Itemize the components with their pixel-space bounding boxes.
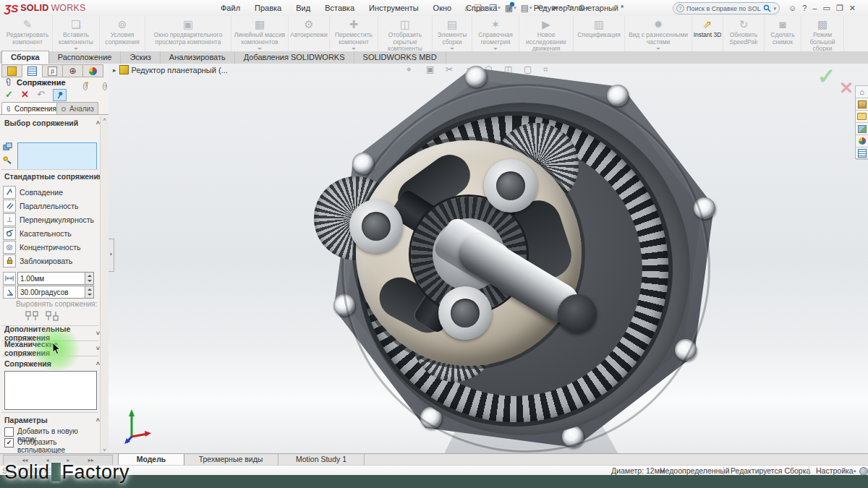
property-manager-tab[interactable] bbox=[22, 64, 43, 77]
ribbon-move-component[interactable]: ✚Переместить компонент bbox=[330, 16, 378, 51]
ribbon-take-snapshot[interactable]: ◙Сделать снимок bbox=[765, 16, 801, 51]
dropdown-arrow-icon[interactable] bbox=[74, 48, 78, 50]
mate-parallel[interactable]: Параллельность bbox=[3, 199, 98, 213]
tab-solidworks-mbd[interactable]: SOLIDWORKS MBD bbox=[354, 51, 446, 64]
custom-properties-tab[interactable] bbox=[856, 147, 868, 160]
home-button[interactable]: ⌂ bbox=[463, 1, 471, 15]
mate-concentric[interactable]: ◎ Концентричность bbox=[3, 240, 98, 254]
mate-perpendicular[interactable]: ⊥ Перпендикулярность bbox=[3, 213, 98, 226]
ribbon-mate[interactable]: ⊚Условия сопряжения bbox=[100, 16, 145, 51]
panel-collapse-handle[interactable] bbox=[109, 239, 114, 272]
angle-input[interactable]: 30.00градусов bbox=[17, 286, 94, 299]
graphics-viewport[interactable]: ⌖ ▣ ✂ ◔ ⬡ ◫ ▢ ⌗ ▸ Редуктор планетарный (… bbox=[109, 64, 868, 453]
configuration-manager-tab[interactable]: β bbox=[42, 64, 63, 77]
menu-window[interactable]: Окно bbox=[426, 0, 459, 16]
distance-input[interactable]: 1.00мм bbox=[17, 272, 94, 285]
ribbon-update-speedpak[interactable]: ↻Обновить SpeedPak bbox=[723, 16, 765, 51]
design-library-tab[interactable] bbox=[856, 98, 868, 111]
section-advanced-mates[interactable]: Дополнительные сопряжения˅ bbox=[0, 328, 104, 339]
mate-selection-box[interactable] bbox=[17, 142, 97, 170]
minimize-button[interactable]: – bbox=[812, 0, 817, 16]
ribbon-assembly-features[interactable]: ▤Элементы сборки bbox=[433, 16, 472, 51]
ribbon-reference-geometry[interactable]: ✶Справочная геометрия bbox=[472, 16, 519, 51]
keep-visible-pin-button[interactable] bbox=[53, 89, 67, 101]
hud-zoom-area-icon[interactable]: ▣ bbox=[426, 64, 434, 74]
new-window-button[interactable]: ❐ bbox=[836, 0, 843, 16]
dimxpert-manager-tab[interactable]: ⊕ bbox=[62, 64, 83, 77]
scroll-down-icon[interactable]: ˅ bbox=[101, 447, 109, 453]
dropdown-arrow-icon[interactable] bbox=[450, 48, 454, 50]
section-options[interactable]: Параметры˄ bbox=[0, 414, 104, 426]
mate-lock[interactable]: Заблокировать bbox=[3, 254, 98, 267]
menu-view[interactable]: Вид bbox=[289, 0, 318, 16]
ribbon-instant-3d[interactable]: ⇗Instant 3D bbox=[692, 16, 723, 51]
distance-spinner[interactable] bbox=[85, 273, 93, 284]
angle-mate-icon[interactable] bbox=[3, 286, 16, 299]
search-dropdown-icon[interactable]: ▾ bbox=[773, 6, 776, 12]
login-icon[interactable]: ☺ bbox=[788, 0, 796, 16]
align-aligned-icon[interactable] bbox=[25, 310, 39, 325]
dropdown-arrow-icon[interactable] bbox=[493, 48, 498, 50]
menu-edit[interactable]: Правка bbox=[247, 0, 289, 16]
dropdown-arrow-icon[interactable] bbox=[656, 48, 660, 50]
ok-button[interactable]: ✓ bbox=[5, 89, 13, 100]
mates-subtab[interactable]: Сопряжения bbox=[1, 102, 59, 115]
tab-3d-views[interactable]: Трехмерные виды bbox=[184, 454, 278, 465]
tree-expand-icon[interactable]: ▸ bbox=[113, 67, 116, 74]
section-mates-list[interactable]: Сопряжения˄ bbox=[0, 358, 104, 369]
menu-file[interactable]: Файл bbox=[213, 0, 247, 16]
close-button[interactable]: ✕ bbox=[849, 0, 856, 16]
distance-mate-icon[interactable] bbox=[3, 272, 16, 285]
menu-insert[interactable]: Вставка bbox=[318, 0, 362, 16]
tab-evaluate[interactable]: Анализировать bbox=[161, 51, 235, 64]
status-settings[interactable]: Настройка bbox=[816, 466, 854, 476]
scroll-up-icon[interactable]: ˄ bbox=[101, 116, 109, 123]
checkbox-unchecked-icon[interactable] bbox=[4, 427, 14, 437]
help-search-box[interactable]: ? Поиск в Справке по SOLIDWORKS ▾ bbox=[673, 2, 780, 14]
status-globe-icon[interactable] bbox=[859, 466, 868, 476]
ribbon-exploded-view[interactable]: ✹Вид с разнесенными частями bbox=[625, 16, 692, 51]
tab-sketch[interactable]: Эскиз bbox=[121, 51, 160, 64]
tab-layout[interactable]: Расположение bbox=[49, 51, 122, 64]
ribbon-large-assembly-mode[interactable]: ▩Режим большой сборки bbox=[801, 16, 844, 51]
maximize-button[interactable]: ▭ bbox=[822, 0, 830, 16]
ribbon-component-preview-window[interactable]: ▣Окно предварительного просмотра компоне… bbox=[145, 16, 231, 51]
dropdown-arrow-icon[interactable] bbox=[258, 48, 262, 50]
hud-zoom-fit-icon[interactable]: ⌖ bbox=[407, 64, 412, 74]
ribbon-insert-components[interactable]: ❏Вставить компоненты bbox=[53, 16, 100, 51]
angle-spinner[interactable] bbox=[85, 286, 93, 298]
ribbon-linear-component-pattern[interactable]: ▦Линейный массив компонентов bbox=[231, 16, 289, 51]
checkbox-checked-icon[interactable]: ✓ bbox=[4, 438, 14, 448]
confirm-cancel-icon[interactable]: ✕ bbox=[839, 78, 854, 98]
undo-button-pm[interactable]: ↶ bbox=[37, 89, 45, 100]
hud-section-view-icon[interactable]: ✂ bbox=[446, 64, 453, 74]
mate-tangent[interactable]: Касательность bbox=[3, 226, 98, 240]
ribbon-new-motion-study[interactable]: ▶Новое исследование движения bbox=[519, 16, 574, 51]
dropdown-arrow-icon[interactable] bbox=[352, 48, 356, 50]
cancel-button[interactable]: ✕ bbox=[21, 89, 29, 100]
tab-motion-study[interactable]: Motion Study 1 bbox=[278, 454, 365, 465]
confirm-ok-icon[interactable]: ✓ bbox=[817, 64, 835, 89]
view-palette-tab[interactable] bbox=[856, 123, 868, 135]
ribbon-bill-of-materials[interactable]: ▥Спецификация bbox=[574, 16, 625, 51]
ribbon-edit-component[interactable]: ✎Редактировать компонент bbox=[3, 16, 53, 51]
section-standard-mates[interactable]: Стандартные сопряжения˄ bbox=[0, 171, 104, 182]
appearances-tab[interactable] bbox=[856, 135, 868, 147]
mate-coincident[interactable]: Совпадение bbox=[3, 185, 98, 199]
analysis-subtab[interactable]: Анализ bbox=[56, 102, 98, 115]
settings-arrow-icon[interactable]: ▴ bbox=[854, 466, 856, 476]
pm-scrollbar[interactable]: ˄ ˅ bbox=[100, 116, 109, 453]
hud-scene-icon[interactable]: ⌗ bbox=[543, 64, 548, 74]
ribbon-show-hidden-components[interactable]: ◫Отобразить скрытые компоненты bbox=[378, 16, 433, 51]
search-input[interactable]: Поиск в Справке по SOLIDWORKS bbox=[686, 5, 761, 12]
mates-listbox[interactable] bbox=[4, 371, 97, 410]
new-document-button[interactable]: ❏▾ bbox=[472, 1, 486, 15]
option-show-popup-dialog[interactable]: ✓ Отобразить всплывающее диалоговое окно bbox=[4, 438, 97, 453]
tab-assembly[interactable]: Сборка bbox=[1, 51, 49, 64]
menu-tools[interactable]: Инструменты bbox=[362, 0, 426, 16]
ribbon-smart-fasteners[interactable]: ⚙Автокрепежи bbox=[289, 16, 330, 51]
feature-tree-root[interactable]: ▸ Редуктор планетарный (... bbox=[113, 65, 228, 74]
search-icon[interactable] bbox=[763, 2, 771, 15]
tab-solidworks-addins[interactable]: Добавления SOLIDWORKS bbox=[235, 51, 354, 64]
feature-manager-tab[interactable] bbox=[1, 64, 22, 77]
